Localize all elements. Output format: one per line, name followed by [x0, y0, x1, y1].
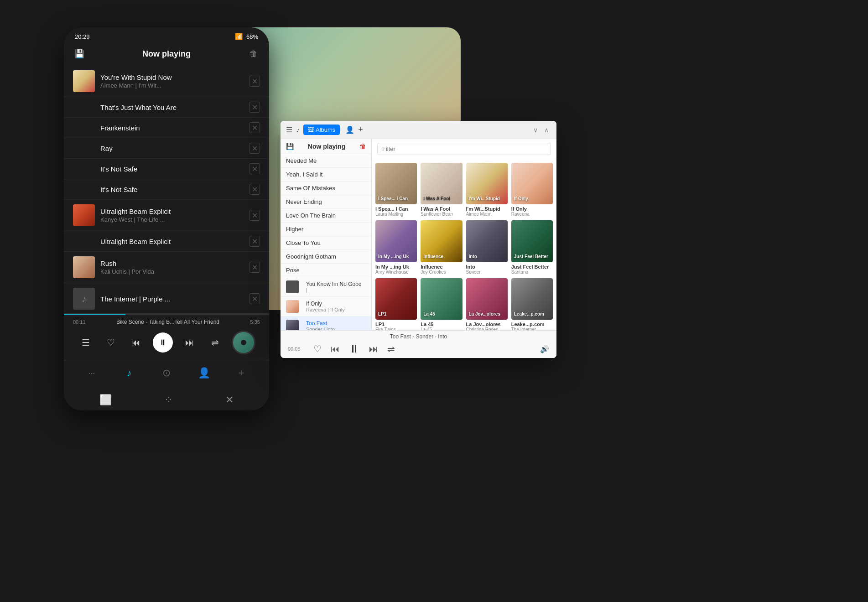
album-card[interactable]: If Only If Only Raveena — [511, 163, 553, 217]
mobile-remove-button[interactable]: ✕ — [249, 210, 260, 221]
mobile-track-artist: Kanye West | The Life ... — [100, 216, 244, 223]
mobile-remove-button[interactable]: ✕ — [249, 102, 260, 113]
mobile-nav-music[interactable]: ♪ — [121, 365, 137, 381]
mobile-trash-button[interactable]: 🗑 — [247, 47, 260, 60]
mobile-save-button[interactable]: 💾 — [73, 47, 86, 60]
mobile-track-item[interactable]: It's Not Safe ✕ — [64, 179, 269, 200]
desktop-next-button[interactable]: ⏭ — [369, 344, 378, 354]
mobile-remove-button[interactable]: ✕ — [249, 184, 260, 195]
album-cover: Just Feel Better — [511, 220, 553, 262]
desktop-queue-item[interactable]: Same Ol' Mistakes — [281, 182, 371, 195]
album-artist: Amy Winehouse — [375, 270, 417, 275]
mobile-track-name: Ultralight Beam Explicit — [100, 208, 244, 215]
mobile-play-button[interactable]: ⏸ — [153, 332, 173, 353]
album-name: Into — [466, 264, 508, 270]
desktop-queue-item-active[interactable]: Too Fast Sonder | Into — [281, 317, 371, 330]
desktop-play-button[interactable]: ⏸ — [349, 343, 360, 355]
desktop-queue-item[interactable]: If Only Raveena | If Only — [281, 297, 371, 317]
album-card[interactable]: Influence Influence Joy Crookes — [421, 220, 462, 274]
album-card[interactable]: I'm Wi...Stupid I'm Wi...Stupid Aimee Ma… — [466, 163, 508, 217]
desktop-add-button[interactable]: + — [358, 125, 363, 135]
album-card[interactable]: La Jov...olores La Jov...olores Christin… — [466, 278, 508, 331]
mobile-track-art: ♪ — [73, 288, 95, 310]
album-cover: Influence — [421, 220, 462, 262]
album-card[interactable]: I Spea... I Can I Spea... I Can Laura Ma… — [375, 163, 417, 217]
desktop-queue-item[interactable]: You Know Im No Good | — [281, 277, 371, 297]
mobile-remove-button[interactable]: ✕ — [249, 76, 260, 87]
mobile-track-art — [73, 256, 95, 278]
desktop-albums-button[interactable]: 🖼 Albums — [303, 125, 340, 135]
mobile-remove-button[interactable]: ✕ — [249, 236, 260, 247]
mobile-queue-button[interactable]: ☰ — [78, 334, 94, 351]
mobile-nav-add[interactable]: + — [233, 365, 249, 381]
mobile-track-item[interactable]: Ultralight Beam Explicit ✕ — [64, 231, 269, 252]
mobile-track-name: The Internet | Purple ... — [100, 295, 244, 303]
album-card[interactable]: La 45 La 45 La 45 — [421, 278, 462, 331]
desktop-queue-save-icon[interactable]: 💾 — [286, 143, 294, 150]
album-card[interactable]: Into Into Sonder — [466, 220, 508, 274]
mobile-remove-button[interactable]: ✕ — [249, 143, 260, 154]
desktop-albums-panel: I Spea... I Can I Spea... I Can Laura Ma… — [372, 139, 556, 330]
mobile-nav-screen[interactable]: ⊙ — [158, 365, 175, 381]
desktop-queue-item[interactable]: Pose — [281, 264, 371, 277]
album-card[interactable]: I Was A Fool I Was A Fool Sunflower Bean — [421, 163, 462, 217]
desktop-person-button[interactable]: 👤 — [345, 125, 354, 134]
mobile-remove-button[interactable]: ✕ — [249, 293, 260, 304]
album-cover: Leake...p.com — [511, 278, 553, 320]
desktop-prev-button[interactable]: ⏮ — [331, 344, 340, 354]
desktop-queue-item[interactable]: Never Ending — [281, 195, 371, 209]
mobile-track-name: It's Not Safe — [100, 186, 249, 193]
album-name: I'm Wi...Stupid — [466, 206, 508, 212]
desktop-filter-input[interactable] — [377, 143, 551, 155]
mobile-track-artist: Kali Uchis | Por Vida — [100, 268, 244, 275]
desktop-albums-label: Albums — [316, 126, 335, 133]
desktop-minimize-button[interactable]: ∨ — [531, 126, 540, 134]
mobile-nav-more[interactable]: ··· — [83, 365, 100, 381]
desktop-maximize-button[interactable]: ∧ — [542, 126, 551, 134]
mobile-track-item[interactable]: Ultralight Beam Explicit Kanye West | Th… — [64, 200, 269, 231]
desktop-heart-button[interactable]: ♡ — [313, 343, 322, 354]
mobile-track-item[interactable]: It's Not Safe ✕ — [64, 159, 269, 179]
mobile-next-button[interactable]: ⏭ — [182, 334, 198, 351]
desktop-queue-item[interactable]: Close To You — [281, 236, 371, 250]
desktop-queue-item[interactable]: Love On The Brain — [281, 209, 371, 223]
album-card[interactable]: Just Feel Better Just Feel Better Santan… — [511, 220, 553, 274]
mobile-track-item[interactable]: ♪ The Internet | Purple ... ✕ — [64, 283, 269, 315]
mobile-action-close[interactable]: ✕ — [225, 394, 234, 406]
mobile-remove-button[interactable]: ✕ — [249, 262, 260, 273]
desktop-shuffle-button[interactable]: ⇌ — [387, 343, 395, 354]
desktop-queue-item[interactable]: Needed Me — [281, 154, 371, 168]
album-card[interactable]: LP1 LP1 Fka Twigs — [375, 278, 417, 331]
mobile-track-name: That's Just What You Are — [100, 104, 249, 111]
mobile-shuffle-button[interactable]: ⇌ — [207, 334, 223, 351]
album-card[interactable]: Leake...p.com Leake...p.com The Internet — [511, 278, 553, 331]
desktop-queue-item[interactable]: Yeah, I Said It — [281, 168, 371, 182]
mobile-phone-panel: 20:29 📶 68% 💾 Now playing 🗑 You're With … — [64, 27, 269, 410]
mobile-track-item[interactable]: Frankenstein ✕ — [64, 118, 269, 138]
queue-track-artist: Raveena | If Only — [306, 307, 366, 312]
mobile-remove-button[interactable]: ✕ — [249, 122, 260, 133]
queue-track-artist: | — [306, 287, 366, 293]
album-title-overlay: LP1 — [378, 311, 386, 317]
mobile-heart-button[interactable]: ♡ — [103, 334, 119, 351]
mobile-action-square[interactable]: ⬜ — [99, 394, 112, 406]
mobile-nav-person[interactable]: 👤 — [196, 365, 212, 381]
album-title-overlay: If Only — [514, 196, 528, 202]
mobile-action-dots[interactable]: ⁘ — [164, 394, 172, 406]
desktop-queue-trash-icon[interactable]: 🗑 — [359, 143, 366, 150]
desktop-menu-button[interactable]: ☰ — [286, 125, 292, 134]
desktop-queue-item[interactable]: Goodnight Gotham — [281, 250, 371, 264]
album-name: La 45 — [421, 322, 462, 327]
mobile-track-item[interactable]: That's Just What You Are ✕ — [64, 97, 269, 118]
mobile-track-item[interactable]: Rush Kali Uchis | Por Vida ✕ — [64, 252, 269, 283]
mobile-track-item[interactable]: Ray ✕ — [64, 138, 269, 159]
mobile-remove-button[interactable]: ✕ — [249, 163, 260, 174]
mobile-track-title: Bike Scene - Taking B...Tell All Your Fr… — [86, 319, 250, 325]
mobile-track-item[interactable]: You're With Stupid Now Aimee Mann | I'm … — [64, 66, 269, 97]
album-card[interactable]: In My ...ing Uk In My ...ing Uk Amy Wine… — [375, 220, 417, 274]
mobile-progress-bar[interactable] — [64, 314, 269, 315]
desktop-queue-list[interactable]: Needed Me Yeah, I Said It Same Ol' Mista… — [281, 154, 371, 330]
desktop-queue-item[interactable]: Higher — [281, 223, 371, 236]
mobile-prev-button[interactable]: ⏮ — [128, 334, 144, 351]
desktop-volume-button[interactable]: 🔊 — [540, 345, 549, 353]
